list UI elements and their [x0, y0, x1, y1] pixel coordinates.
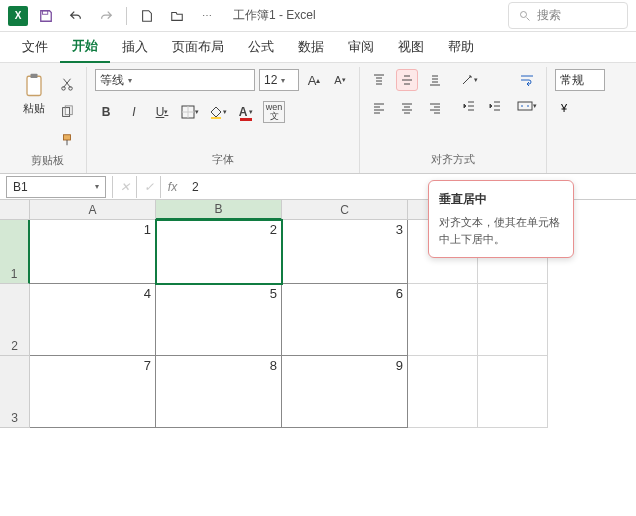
tab-视图[interactable]: 视图 [386, 32, 436, 62]
col-header-C[interactable]: C [282, 200, 408, 220]
cell-E3[interactable] [478, 356, 548, 428]
clipboard-icon [20, 71, 48, 99]
copy-icon[interactable] [56, 101, 78, 123]
cell-B2[interactable]: 5 [156, 284, 282, 356]
orientation-icon[interactable]: ▾ [458, 69, 480, 91]
tab-开始[interactable]: 开始 [60, 31, 110, 63]
search-box[interactable]: 搜索 [508, 2, 628, 29]
title-bar: X ⋯ 工作簿1 - Excel 搜索 [0, 0, 636, 32]
save-icon[interactable] [34, 4, 58, 28]
svg-rect-2 [27, 76, 41, 95]
increase-font-icon[interactable]: A▴ [303, 69, 325, 91]
svg-rect-12 [518, 102, 532, 110]
bold-button[interactable]: B [95, 101, 117, 123]
redo-icon[interactable] [94, 4, 118, 28]
excel-app-icon: X [8, 6, 28, 26]
ribbon-tabs: 文件开始插入页面布局公式数据审阅视图帮助 [0, 32, 636, 62]
group-number: 常规 ¥ [547, 67, 613, 173]
cell-E2[interactable] [478, 284, 548, 356]
align-middle-icon[interactable] [396, 69, 418, 91]
group-font: 等线▾ 12▾ A▴ A▾ B I U▾ ▾ ▾ A▾ wen文 字体 [87, 67, 360, 173]
search-placeholder: 搜索 [537, 7, 561, 24]
cell-D2[interactable] [408, 284, 478, 356]
cell-C2[interactable]: 6 [282, 284, 408, 356]
qat-customize-icon[interactable]: ⋯ [195, 4, 219, 28]
group-alignment: ▾ ▾ 对齐方式 [360, 67, 547, 173]
increase-indent-icon[interactable] [484, 95, 506, 117]
row-header-2[interactable]: 2 [0, 284, 30, 356]
align-center-icon[interactable] [396, 97, 418, 119]
underline-button[interactable]: U▾ [151, 101, 173, 123]
align-bottom-icon[interactable] [424, 69, 446, 91]
align-left-icon[interactable] [368, 97, 390, 119]
tab-插入[interactable]: 插入 [110, 32, 160, 62]
row-header-1[interactable]: 1 [0, 220, 30, 284]
cell-C1[interactable]: 3 [282, 220, 408, 284]
decrease-font-icon[interactable]: A▾ [329, 69, 351, 91]
tab-帮助[interactable]: 帮助 [436, 32, 486, 62]
fill-color-button[interactable]: ▾ [207, 101, 229, 123]
svg-text:¥: ¥ [560, 102, 568, 114]
align-right-icon[interactable] [424, 97, 446, 119]
tab-文件[interactable]: 文件 [10, 32, 60, 62]
cell-C3[interactable]: 9 [282, 356, 408, 428]
cell-A3[interactable]: 7 [30, 356, 156, 428]
new-file-icon[interactable] [135, 4, 159, 28]
merge-center-icon[interactable]: ▾ [516, 95, 538, 117]
border-button[interactable]: ▾ [179, 101, 201, 123]
italic-button[interactable]: I [123, 101, 145, 123]
open-folder-icon[interactable] [165, 4, 189, 28]
currency-icon[interactable]: ¥ [555, 97, 577, 119]
tab-审阅[interactable]: 审阅 [336, 32, 386, 62]
svg-rect-8 [64, 135, 71, 140]
svg-rect-3 [31, 74, 38, 78]
font-name-dropdown[interactable]: 等线▾ [95, 69, 255, 91]
cell-B1[interactable]: 2 [156, 220, 282, 284]
cell-B3[interactable]: 8 [156, 356, 282, 428]
name-box[interactable]: B1▾ [6, 176, 106, 198]
tooltip-vertical-center: 垂直居中 对齐文本，使其在单元格中上下居中。 [428, 180, 574, 258]
cell-A1[interactable]: 1 [30, 220, 156, 284]
col-header-A[interactable]: A [30, 200, 156, 220]
svg-rect-10 [211, 117, 221, 119]
row-header-3[interactable]: 3 [0, 356, 30, 428]
select-all-corner[interactable] [0, 200, 30, 220]
wrap-text-icon[interactable] [516, 69, 538, 91]
col-header-B[interactable]: B [156, 200, 282, 220]
group-label-font: 字体 [212, 150, 234, 171]
font-size-dropdown[interactable]: 12▾ [259, 69, 299, 91]
format-painter-icon[interactable] [56, 129, 78, 151]
cancel-formula-icon[interactable]: ✕ [112, 176, 136, 198]
cell-D3[interactable] [408, 356, 478, 428]
ribbon: 粘贴 剪贴板 等线▾ 12▾ A▴ A▾ B I U▾ ▾ ▾ [0, 62, 636, 174]
group-clipboard: 粘贴 剪贴板 [8, 67, 87, 173]
align-top-icon[interactable] [368, 69, 390, 91]
tab-公式[interactable]: 公式 [236, 32, 286, 62]
window-title: 工作簿1 - Excel [233, 7, 316, 24]
phonetic-button[interactable]: wen文 [263, 101, 285, 123]
svg-point-1 [521, 11, 527, 17]
fx-icon[interactable]: fx [160, 176, 184, 198]
paste-button[interactable]: 粘贴 [16, 69, 52, 118]
tooltip-body: 对齐文本，使其在单元格中上下居中。 [439, 214, 563, 247]
number-format-dropdown[interactable]: 常规 [555, 69, 605, 91]
tab-数据[interactable]: 数据 [286, 32, 336, 62]
group-label-align: 对齐方式 [431, 150, 475, 171]
enter-formula-icon[interactable]: ✓ [136, 176, 160, 198]
decrease-indent-icon[interactable] [458, 95, 480, 117]
search-icon [519, 10, 531, 22]
group-label-clipboard: 剪贴板 [31, 151, 64, 172]
cut-icon[interactable] [56, 73, 78, 95]
svg-rect-11 [240, 118, 252, 121]
cell-A2[interactable]: 4 [30, 284, 156, 356]
tab-页面布局[interactable]: 页面布局 [160, 32, 236, 62]
undo-icon[interactable] [64, 4, 88, 28]
font-color-button[interactable]: A▾ [235, 101, 257, 123]
tooltip-title: 垂直居中 [439, 191, 563, 208]
